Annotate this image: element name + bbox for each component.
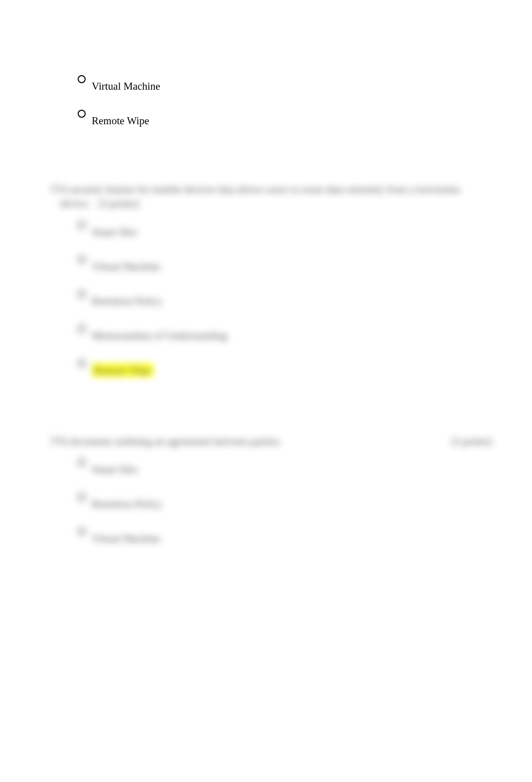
- list-item: Retention Policy: [78, 498, 492, 510]
- question-prompt: A security feature for mobile devices th…: [60, 182, 492, 211]
- option-label: Virtual Machine: [92, 533, 160, 545]
- question-points: (3 points): [451, 434, 492, 448]
- prev-question-options: Virtual Machine Remote Wipe: [78, 80, 492, 127]
- option-label: Retention Policy: [92, 498, 162, 510]
- option-label: Retention Policy: [92, 295, 162, 307]
- list-item: Smart files: [78, 226, 492, 238]
- question-13-options: Smart files Retention Policy Virtual Mac…: [78, 463, 492, 545]
- option-label: Virtual Machine: [92, 260, 160, 273]
- list-item: Retention Policy: [78, 295, 492, 308]
- option-label: Smart files: [92, 463, 138, 475]
- question-prompt: A document outlining an agreement betwee…: [60, 434, 445, 448]
- question-points: (3 points): [99, 197, 139, 209]
- option-label: Virtual Machine: [92, 80, 160, 92]
- question-number: 13.: [50, 434, 60, 446]
- list-item: Virtual Machine: [78, 533, 492, 545]
- list-item: Smart files: [78, 463, 492, 476]
- list-item: Virtual Machine: [78, 80, 492, 93]
- option-label: Remote Wipe: [92, 115, 149, 127]
- list-item: Memorandum of Understanding: [78, 330, 492, 342]
- question-number: 12.: [50, 182, 60, 194]
- question-12: 12. A security feature for mobile device…: [50, 182, 492, 377]
- question-12-options: Smart files Virtual Machine Retention Po…: [78, 226, 492, 377]
- list-item: Remote Wipe: [78, 115, 492, 127]
- list-item: Remote Wipe: [78, 364, 492, 377]
- list-item: Virtual Machine: [78, 260, 492, 273]
- option-label-highlighted: Remote Wipe: [92, 363, 153, 377]
- option-label: Memorandum of Understanding: [92, 330, 227, 342]
- option-label: Smart files: [92, 226, 138, 238]
- question-13: 13. A document outlining an agreement be…: [50, 434, 492, 545]
